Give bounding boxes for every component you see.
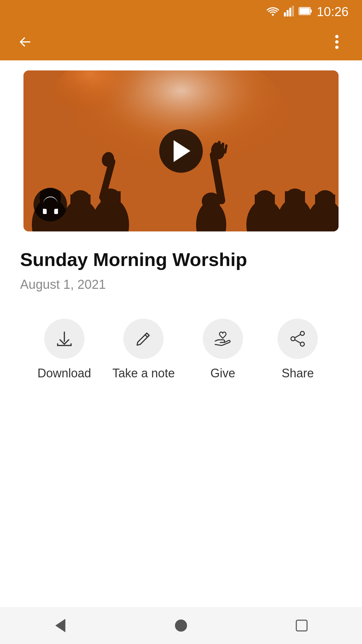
share-action[interactable]: Share xyxy=(271,319,324,380)
more-options-button[interactable] xyxy=(325,30,349,54)
svg-rect-4 xyxy=(292,6,294,16)
svg-point-46 xyxy=(291,337,295,341)
svg-point-48 xyxy=(175,620,187,632)
give-icon xyxy=(214,330,232,347)
thumbnail-bg xyxy=(23,70,339,231)
take-a-note-label: Take a note xyxy=(112,366,175,380)
download-circle xyxy=(44,319,84,359)
actions-row: Download Take a note xyxy=(20,312,342,387)
svg-point-9 xyxy=(335,40,339,44)
svg-rect-28 xyxy=(285,191,305,225)
svg-rect-3 xyxy=(289,8,291,16)
take-a-note-action[interactable]: Take a note xyxy=(112,319,175,380)
headphones-button[interactable] xyxy=(34,188,67,221)
nav-recents-button[interactable] xyxy=(288,612,315,639)
svg-rect-31 xyxy=(315,195,335,225)
nav-home-button[interactable] xyxy=(168,612,194,639)
svg-marker-43 xyxy=(174,140,190,162)
bottom-navigation xyxy=(0,607,362,644)
svg-rect-1 xyxy=(284,12,286,16)
give-action[interactable]: Give xyxy=(196,319,250,380)
give-circle xyxy=(203,319,243,359)
back-button[interactable] xyxy=(13,30,37,54)
download-label: Download xyxy=(38,366,91,380)
svg-point-45 xyxy=(300,342,304,346)
wifi-icon xyxy=(266,6,279,17)
share-circle xyxy=(278,319,318,359)
svg-rect-6 xyxy=(310,9,312,13)
app-bar xyxy=(0,23,362,60)
svg-point-8 xyxy=(335,35,339,38)
take-a-note-circle xyxy=(123,319,164,359)
svg-rect-7 xyxy=(300,8,310,14)
share-icon xyxy=(289,330,306,347)
pencil-icon xyxy=(135,330,152,347)
download-icon xyxy=(56,330,73,347)
svg-rect-2 xyxy=(287,10,289,16)
download-action[interactable]: Download xyxy=(38,319,91,380)
status-bar: 10:26 xyxy=(0,0,362,23)
content-area: Sunday Morning Worship August 1, 2021 Do… xyxy=(0,231,362,387)
sermon-date: August 1, 2021 xyxy=(20,277,342,292)
nav-back-button[interactable] xyxy=(47,612,74,639)
svg-point-10 xyxy=(335,46,339,49)
signal-icon xyxy=(284,6,294,18)
svg-rect-25 xyxy=(255,195,275,225)
svg-rect-38 xyxy=(218,141,221,154)
play-button[interactable] xyxy=(159,129,203,173)
svg-rect-49 xyxy=(296,620,307,631)
battery-icon xyxy=(299,7,312,16)
share-label: Share xyxy=(282,366,314,380)
sermon-thumbnail xyxy=(23,70,339,231)
svg-point-44 xyxy=(300,331,304,335)
svg-marker-47 xyxy=(55,619,65,632)
svg-rect-34 xyxy=(203,198,220,225)
give-label: Give xyxy=(210,366,235,380)
sermon-title: Sunday Morning Worship xyxy=(20,248,342,271)
status-time: 10:26 xyxy=(317,5,349,19)
svg-rect-19 xyxy=(70,195,90,225)
svg-point-0 xyxy=(272,14,274,16)
status-icons: 10:26 xyxy=(266,5,349,19)
